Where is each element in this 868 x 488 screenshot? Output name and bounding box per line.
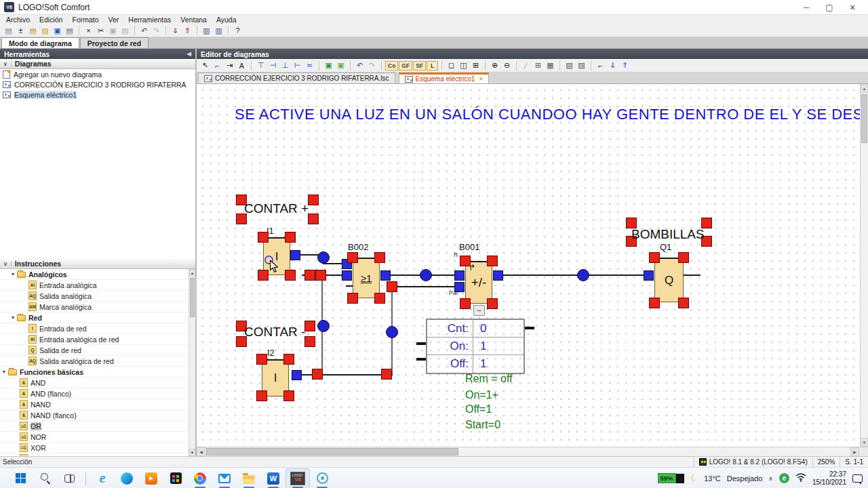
selection-handle[interactable] (308, 214, 319, 224)
selection-handle[interactable] (487, 298, 498, 309)
paste-button[interactable]: ▤ (119, 25, 131, 36)
tree-item-salida-de-red[interactable]: QSalida de red (0, 345, 189, 356)
maximize-button[interactable]: ▢ (818, 3, 841, 12)
online-test-button[interactable]: ▥ (213, 25, 224, 36)
distribute-space-button[interactable]: ≍ (304, 60, 315, 71)
taskbar-start-button[interactable] (8, 468, 33, 488)
scroll-left-icon[interactable]: ◀ (197, 447, 205, 456)
new-diagram-button[interactable]: ▤ (3, 25, 14, 36)
menu-ver[interactable]: Ver (104, 16, 124, 24)
menu-herramientas[interactable]: Herramientas (123, 16, 176, 24)
undo-button[interactable]: ↶ (138, 25, 150, 36)
block-q1-output[interactable]: Q (654, 258, 684, 302)
wire-node[interactable] (386, 326, 398, 338)
selection-handle[interactable] (256, 354, 267, 365)
go-to-partner-button[interactable]: ⇥ (224, 60, 235, 71)
menu-ayuda[interactable]: Ayuda (212, 16, 241, 24)
simulation-button[interactable]: ▥ (201, 25, 212, 36)
print-button[interactable]: ▤ (64, 25, 75, 36)
selection-handle[interactable] (460, 298, 471, 309)
scroll-down-icon[interactable]: ▼ (189, 449, 195, 456)
canvas-vertical-scrollbar[interactable]: ▲ ▼ (860, 84, 868, 447)
selection-tool-button[interactable]: ↖ (199, 60, 211, 71)
antivirus-icon[interactable]: e (779, 473, 789, 483)
notification-center-icon[interactable] (852, 474, 863, 483)
annotation-on[interactable]: On=1+ (465, 389, 498, 401)
taskbar-internet-explorer-button[interactable]: e (90, 468, 115, 488)
scroll-down-icon[interactable]: ▼ (861, 438, 868, 447)
wire-node[interactable] (317, 320, 330, 332)
canvas-horizontal-scrollbar[interactable]: ◀ ▶ (197, 447, 868, 456)
selection-handle[interactable] (678, 298, 689, 308)
tree-item-xor[interactable]: =1XOR (0, 443, 189, 453)
selection-handle[interactable] (283, 354, 294, 365)
diagram-heading-text[interactable]: SE ACTIVE UNA LUZ EN UN SALÓN CUANDOO HA… (235, 106, 860, 123)
tree-item-not[interactable]: 1NOT (0, 453, 189, 456)
taskbar-store-button[interactable] (163, 468, 188, 488)
tree-item-salida-analogica[interactable]: AQSalida analógica (0, 291, 189, 302)
clock[interactable]: 22:37 15/10/2021 (812, 470, 846, 486)
selection-handle[interactable] (374, 293, 385, 304)
tree-item-nand-flanco[interactable]: &NAND (flanco) (0, 410, 189, 421)
connector-tool-button[interactable]: ⌐ (212, 60, 223, 71)
transfer-pc-to-logo-button[interactable]: ⇓ (170, 25, 181, 36)
scrollbar-thumb[interactable] (861, 94, 867, 143)
selection-handle[interactable] (649, 298, 660, 308)
cut-button[interactable]: ✂ (95, 25, 106, 36)
selection-handle[interactable] (487, 256, 498, 266)
split-window-3-button[interactable]: ⊞ (470, 60, 481, 71)
annotation-off[interactable]: Off=1 (465, 403, 492, 415)
wire-node[interactable] (420, 269, 432, 281)
selection-handle[interactable] (304, 270, 315, 281)
diagram-canvas[interactable]: SE ACTIVE UNA LUZ EN UN SALÓN CUANDOO HA… (197, 84, 860, 447)
output-pin[interactable] (292, 370, 302, 380)
tree-item-marca-analogica[interactable]: AMMarca analógica (0, 302, 189, 312)
tree-item-red[interactable]: ▾Red (0, 312, 189, 323)
minimize-button[interactable]: ─ (795, 3, 818, 12)
selection-handle[interactable] (258, 232, 269, 243)
label-contar-plus[interactable]: CONTAR + (244, 201, 309, 216)
tree-item-entrada-analogica[interactable]: AIEntrada analógica (0, 280, 189, 291)
selection-handle[interactable] (308, 195, 319, 205)
close-button[interactable]: × (841, 2, 864, 13)
context-help-button[interactable]: ? (232, 25, 243, 36)
align-right-button[interactable]: ⊢ (292, 60, 303, 71)
undo-button[interactable]: ↶ (354, 60, 366, 71)
zoom-in-button[interactable]: ⊕ (489, 60, 500, 71)
annotation-rem[interactable]: Rem = off (465, 373, 513, 385)
diagram-list-item-correccion-ejercicio-3-rodrigo-rifaterra[interactable]: CORRECCIÓN EJERCICIO 3 RODRIGO RIFATERRA (0, 79, 195, 89)
battery-indicator[interactable]: 59% (658, 473, 684, 483)
zoom-out-button[interactable]: ⊖ (501, 60, 513, 71)
diagrams-section-header[interactable]: ∨ Diagramas (0, 59, 195, 69)
input-pin[interactable] (342, 270, 352, 281)
wire-node[interactable] (577, 269, 589, 281)
selection-handle[interactable] (374, 252, 385, 263)
tree-item-or[interactable]: ≥1OR (0, 421, 189, 432)
taskbar-word-button[interactable]: W (261, 468, 285, 488)
weather-temp[interactable]: 13°C (704, 474, 721, 483)
catalog-co-button[interactable]: Co (385, 61, 398, 70)
tree-expand-icon[interactable]: ▾ (3, 369, 5, 375)
wifi-icon[interactable] (795, 473, 806, 483)
block-b002-or[interactable]: ≥1 (353, 258, 380, 298)
taskbar-task-view-button[interactable] (57, 468, 81, 488)
tree-item-salida-analogica-de-red[interactable]: AQSalida analógica de red (0, 356, 189, 367)
download-to-module-button[interactable]: ⇓ (607, 60, 618, 71)
scrollbar-thumb[interactable] (190, 278, 195, 317)
block-b001-updown-counter[interactable]: ↱ +/- (465, 261, 492, 304)
menu-edicion[interactable]: Edición (35, 16, 67, 24)
taskbar-mail-button[interactable] (212, 468, 237, 488)
save-file-button[interactable]: ▣ (52, 25, 63, 36)
collapse-panel-icon[interactable]: ◀ (187, 51, 191, 57)
scroll-up-icon[interactable]: ▲ (861, 84, 868, 93)
redo-button[interactable]: ↷ (366, 60, 378, 71)
reference-grid-button[interactable]: ▦ (545, 60, 556, 71)
tree-item-and[interactable]: &AND (0, 378, 189, 388)
transfer-logo-to-pc-button[interactable]: ⇑ (182, 25, 193, 36)
selection-handle[interactable] (387, 281, 397, 292)
text-tool-button[interactable]: A (236, 60, 248, 71)
doc-tab-correccion-ejercicio-3-rodrigo-rifaterra-lsc[interactable]: CORRECCIÓN EJERCICIO 3 RODRIGO RIFATERRA… (198, 73, 395, 83)
align-left-button[interactable]: ⊣ (267, 60, 279, 71)
selection-handle[interactable] (649, 252, 660, 263)
taskbar-media-app-button[interactable]: ▶ (139, 468, 163, 488)
